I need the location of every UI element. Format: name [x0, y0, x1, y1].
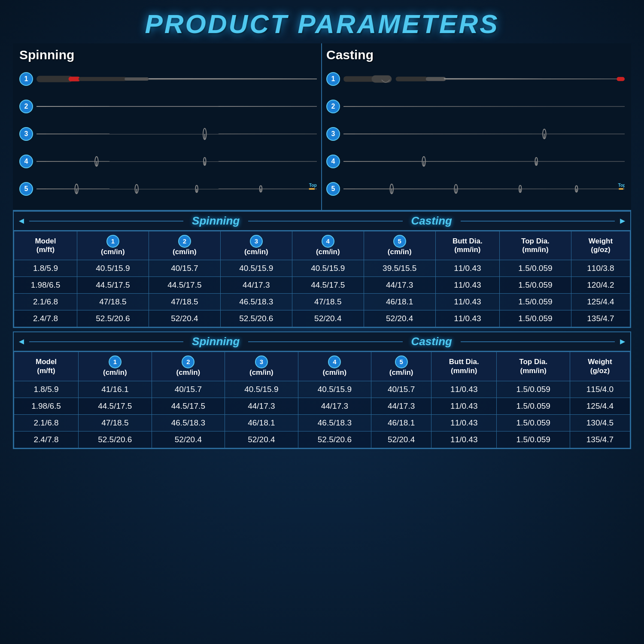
badge-c3: 3: [326, 127, 340, 141]
svg-rect-30: [426, 77, 446, 81]
spinning-rod-3: 3: [19, 121, 317, 147]
table2-section-header: ◄ Spinning Casting ►: [14, 332, 630, 352]
th-3: 3(cm/in): [220, 231, 292, 260]
svg-marker-38: [343, 161, 625, 162]
table1: Model(m/ft) 1(cm/in) 2(cm/in) 3(cm/in) 4…: [14, 231, 630, 327]
th2-5: 5(cm/in): [371, 352, 431, 381]
th2-2: 2(cm/in): [152, 352, 225, 381]
svg-rect-0: [36, 76, 73, 82]
svg-text:Top: Top: [309, 183, 317, 188]
table-row: 1.98/6.544.5/17.544.5/17.544/17.344.5/17…: [14, 277, 630, 294]
th-4: 4(cm/in): [292, 231, 364, 260]
casting-rod-3: 3: [326, 121, 625, 147]
table2-casting-label: Casting: [403, 335, 461, 348]
rod-svg-s4: [36, 153, 317, 170]
rod-svg-s2: [36, 98, 317, 115]
svg-rect-25: [309, 188, 315, 190]
svg-marker-11: [36, 161, 317, 162]
casting-rod-1: 1: [326, 66, 625, 92]
rod-svg-c1: [343, 70, 625, 88]
rod-svg-s1: [36, 70, 317, 88]
rod-svg-s5: Top: [36, 180, 317, 197]
table2-container: ◄ Spinning Casting ► Model(m/ft) 1(cm/in…: [13, 331, 631, 449]
svg-rect-2: [79, 77, 127, 81]
rod-svg-c2: [343, 98, 625, 115]
rod-svg-s3: [36, 125, 317, 143]
page-title: PRODUCT PARAMETERS: [13, 9, 631, 39]
th2-4: 4(cm/in): [298, 352, 371, 381]
svg-marker-5: [149, 78, 317, 79]
svg-marker-35: [343, 134, 625, 134]
th2-model: Model(m/ft): [14, 352, 79, 381]
svg-marker-7: [36, 106, 317, 106]
badge-s2: 2: [19, 100, 33, 113]
th2-1: 1(cm/in): [79, 352, 152, 381]
th-5: 5(cm/in): [364, 231, 435, 260]
table2-header-row: Model(m/ft) 1(cm/in) 2(cm/in) 3(cm/in) 4…: [14, 352, 630, 381]
badge-c1: 1: [326, 72, 340, 86]
svg-marker-8: [36, 134, 317, 134]
casting-rod-4: 4: [326, 148, 625, 175]
svg-rect-33: [617, 77, 625, 81]
casting-label: Casting: [326, 48, 625, 62]
svg-marker-34: [343, 106, 625, 107]
rod-svg-c4: [343, 153, 625, 170]
spinning-rod-5: 5 Top: [19, 176, 317, 202]
svg-rect-3: [125, 77, 149, 80]
casting-rod-5: 5 Top: [326, 176, 625, 202]
svg-rect-29: [396, 76, 428, 81]
table1-container: ◄ Spinning Casting ► Model(m/ft) 1(cm/in…: [13, 211, 631, 328]
table-row: 2.4/7.852.5/20.652/20.452/20.452.5/20.65…: [14, 431, 630, 448]
casting-side: Casting 1: [322, 43, 631, 210]
badge-s5: 5: [19, 182, 33, 196]
svg-rect-28: [372, 76, 392, 83]
table-row: 2.1/6.847/18.546.5/18.346/18.146.5/18.34…: [14, 414, 630, 431]
rod-svg-c3: [343, 125, 625, 143]
table1-casting-label: Casting: [403, 214, 461, 228]
table-row: 2.4/7.852.5/20.652/20.452.5/20.652/20.45…: [14, 310, 630, 327]
th-weight: Weight(g/oz): [571, 231, 630, 260]
table-row: 1.8/5.940.5/15.940/15.740.5/15.940.5/15.…: [14, 260, 630, 277]
table2-spinning-label: Spinning: [183, 335, 248, 348]
th-top: Top Dia.(mm/in): [499, 231, 571, 260]
rod-visual-section: Spinning 1 2: [13, 43, 631, 211]
spinning-side: Spinning 1 2: [13, 43, 322, 210]
th-2: 2(cm/in): [149, 231, 220, 260]
badge-c5: 5: [326, 182, 340, 196]
badge-s1: 1: [19, 72, 33, 86]
table-row: 2.1/6.847/18.547/18.546.5/18.347/18.546/…: [14, 294, 630, 310]
th2-top: Top Dia.(mm/in): [497, 352, 570, 381]
table2: Model(m/ft) 1(cm/in) 2(cm/in) 3(cm/in) 4…: [14, 352, 630, 448]
table1-spinning-label: Spinning: [183, 214, 248, 228]
spinning-rod-1: 1: [19, 66, 317, 92]
svg-marker-32: [444, 78, 625, 79]
badge-s3: 3: [19, 127, 33, 141]
svg-marker-43: [343, 188, 625, 189]
badge-s4: 4: [19, 155, 33, 168]
th-model: Model(m/ft): [14, 231, 77, 260]
badge-c2: 2: [326, 100, 340, 113]
th2-weight: Weight(g/oz): [570, 352, 630, 381]
th2-3: 3(cm/in): [225, 352, 298, 381]
spinning-label: Spinning: [19, 48, 317, 62]
svg-rect-52: [619, 188, 623, 190]
table-row: 1.8/5.941/16.140/15.740.5/15.940.5/15.94…: [14, 381, 630, 398]
spinning-rod-4: 4: [19, 148, 317, 175]
svg-text:Top: Top: [618, 183, 625, 188]
table1-header-row: Model(m/ft) 1(cm/in) 2(cm/in) 3(cm/in) 4…: [14, 231, 630, 260]
th2-butt: Butt Dia.(mm/in): [431, 352, 497, 381]
casting-rod-2: 2: [326, 93, 625, 120]
rod-svg-c5: Top: [343, 180, 625, 197]
th-1: 1(cm/in): [77, 231, 149, 260]
table-row: 1.98/6.544.5/17.544.5/17.544/17.344/17.3…: [14, 398, 630, 414]
table1-section-header: ◄ Spinning Casting ►: [14, 212, 630, 231]
th-butt: Butt Dia.(mm/in): [435, 231, 499, 260]
badge-c4: 4: [326, 155, 340, 168]
spinning-rod-2: 2: [19, 93, 317, 120]
